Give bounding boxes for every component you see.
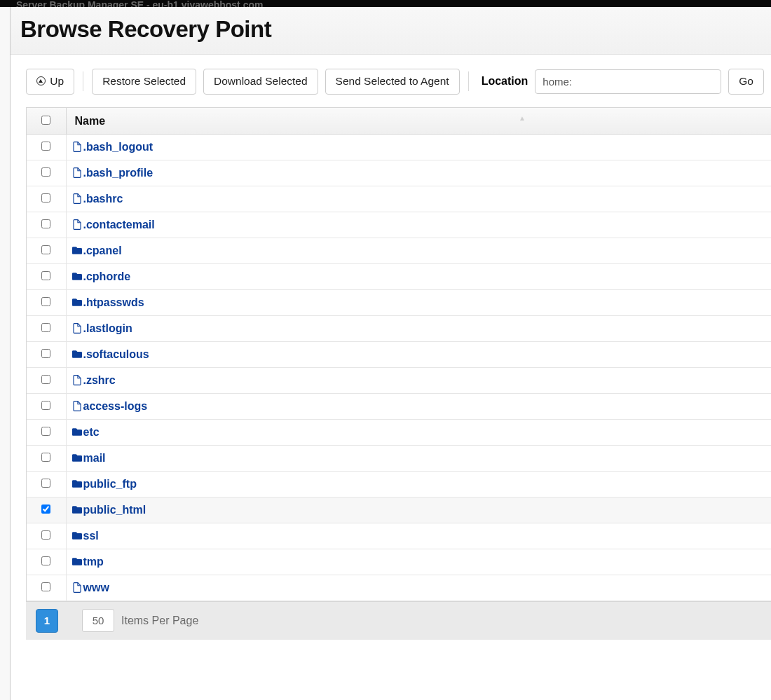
file-link[interactable]: .bash_profile	[72, 167, 153, 179]
items-per-page-input[interactable]	[82, 609, 114, 632]
file-link[interactable]: www	[72, 582, 109, 593]
up-button[interactable]: Up	[26, 69, 74, 95]
row-name-cell: ssl	[66, 523, 771, 549]
file-name: ssl	[83, 530, 99, 542]
download-selected-button[interactable]: Download Selected	[203, 69, 318, 95]
file-link[interactable]: .bash_logout	[72, 141, 153, 153]
folder-link[interactable]: tmp	[72, 556, 104, 568]
toolbar-divider	[83, 71, 83, 91]
row-select-cell	[27, 367, 66, 393]
file-link[interactable]: .contactemail	[72, 219, 155, 231]
folder-link[interactable]: mail	[72, 452, 106, 464]
select-all-header	[27, 108, 66, 135]
table-row: .cpanel	[27, 238, 771, 263]
location-input[interactable]	[535, 69, 721, 94]
file-name: etc	[83, 426, 100, 438]
file-name: .contactemail	[83, 219, 155, 231]
row-name-cell: mail	[66, 445, 771, 471]
row-select-checkbox[interactable]	[41, 193, 50, 203]
row-name-cell: .zshrc	[66, 367, 771, 393]
location-label: Location	[482, 75, 528, 88]
table-row: public_html	[27, 497, 771, 523]
row-name-cell: etc	[66, 419, 771, 445]
file-icon	[72, 193, 82, 204]
row-select-cell	[27, 160, 66, 186]
row-select-checkbox[interactable]	[41, 245, 50, 254]
row-name-cell: public_ftp	[66, 471, 771, 497]
row-select-checkbox[interactable]	[41, 530, 50, 540]
row-name-cell: tmp	[66, 549, 771, 575]
sort-asc-icon: ▲	[519, 114, 526, 122]
row-select-checkbox[interactable]	[41, 271, 50, 280]
folder-link[interactable]: public_ftp	[72, 478, 137, 490]
row-select-checkbox[interactable]	[41, 323, 50, 332]
table-row: .bash_profile	[27, 160, 771, 186]
row-select-checkbox[interactable]	[41, 453, 50, 462]
row-select-checkbox[interactable]	[41, 375, 50, 384]
row-select-checkbox[interactable]	[41, 297, 50, 306]
send-selected-to-agent-button[interactable]: Send Selected to Agent	[325, 69, 460, 95]
row-name-cell: access-logs	[66, 393, 771, 419]
row-name-cell: .bash_logout	[66, 134, 771, 160]
select-all-checkbox[interactable]	[41, 116, 50, 125]
restore-selected-button[interactable]: Restore Selected	[92, 69, 196, 95]
file-name: .bashrc	[83, 193, 123, 205]
file-name: .bash_profile	[83, 167, 153, 179]
file-icon	[72, 167, 82, 178]
row-select-checkbox[interactable]	[41, 167, 50, 177]
row-select-checkbox[interactable]	[41, 582, 50, 591]
folder-link[interactable]: .htpasswds	[72, 296, 144, 308]
table-row: .zshrc	[27, 367, 771, 393]
row-select-cell	[27, 419, 66, 445]
file-icon	[72, 219, 82, 230]
table-row: etc	[27, 419, 771, 445]
table-row: .bash_logout	[27, 134, 771, 160]
folder-link[interactable]: ssl	[72, 530, 99, 542]
page-number-current[interactable]: 1	[36, 609, 58, 633]
row-select-cell	[27, 263, 66, 289]
row-name-cell: .contactemail	[66, 212, 771, 238]
table-row: www	[27, 575, 771, 601]
table-row: access-logs	[27, 393, 771, 419]
go-button[interactable]: Go	[728, 69, 764, 95]
row-select-checkbox[interactable]	[41, 142, 50, 151]
folder-link[interactable]: etc	[72, 426, 100, 438]
row-select-checkbox[interactable]	[41, 349, 50, 358]
file-icon	[72, 323, 82, 334]
folder-icon	[72, 530, 82, 541]
file-link[interactable]: .zshrc	[72, 374, 116, 386]
row-select-cell	[27, 238, 66, 263]
file-link[interactable]: access-logs	[72, 400, 148, 412]
folder-icon	[72, 349, 82, 359]
name-column-header[interactable]: Name ▲	[66, 108, 771, 135]
row-select-checkbox[interactable]	[41, 401, 50, 410]
row-select-checkbox[interactable]	[41, 427, 50, 436]
folder-link[interactable]: .softaculous	[72, 348, 149, 360]
row-select-cell	[27, 471, 66, 497]
table-row: mail	[27, 445, 771, 471]
row-select-checkbox[interactable]	[41, 219, 50, 228]
row-name-cell: public_html	[66, 497, 771, 523]
row-select-checkbox[interactable]	[41, 556, 50, 565]
row-name-cell: .cphorde	[66, 263, 771, 289]
table-row: .bashrc	[27, 186, 771, 212]
row-select-cell	[27, 523, 66, 549]
items-per-page-label: Items Per Page	[121, 615, 198, 627]
row-name-cell: .lastlogin	[66, 315, 771, 341]
file-icon	[72, 582, 82, 593]
page-title: Browse Recovery Point	[20, 16, 771, 43]
file-link[interactable]: .bashrc	[72, 193, 123, 205]
folder-link[interactable]: .cpanel	[72, 245, 122, 256]
table-row: public_ftp	[27, 471, 771, 497]
file-name: public_html	[83, 504, 146, 516]
row-select-checkbox[interactable]	[41, 505, 50, 514]
row-select-checkbox[interactable]	[41, 479, 50, 488]
folder-icon	[72, 297, 82, 308]
folder-link[interactable]: .cphorde	[72, 270, 131, 282]
folder-link[interactable]: public_html	[72, 504, 146, 516]
table-row: .lastlogin	[27, 315, 771, 341]
row-name-cell: .bash_profile	[66, 160, 771, 186]
toolbar-divider	[468, 71, 469, 91]
file-link[interactable]: .lastlogin	[72, 322, 132, 334]
row-select-cell	[27, 186, 66, 212]
